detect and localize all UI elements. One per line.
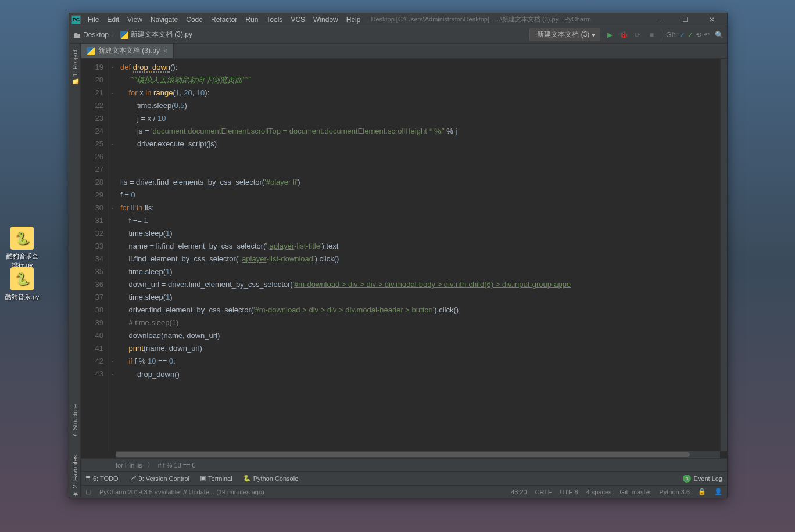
python-file-icon: 🐍 (10, 227, 34, 250)
lock-icon[interactable]: 🔒 (698, 488, 706, 495)
line-gutter: 1920212223242526272829303132333435363738… (81, 59, 109, 451)
navigation-toolbar: 🖿 Desktop 〉 新建文本文档 (3).py 新建文本文档 (3) ▾ ▶… (69, 26, 727, 44)
window-title: Desktop [C:\Users\Administrator\Desktop]… (371, 15, 646, 24)
folder-icon: 🖿 (73, 30, 81, 39)
python-icon (120, 31, 128, 39)
hector-icon[interactable]: 👤 (714, 488, 722, 495)
pycharm-window: PC File Edit View Navigate Code Refactor… (69, 13, 728, 498)
git-commit-icon[interactable]: ✓ (687, 31, 693, 39)
sidebar-favorites[interactable]: ★2: Favorites (71, 455, 78, 498)
line-separator[interactable]: CRLF (535, 488, 552, 495)
status-icon: ▢ (85, 488, 91, 495)
left-toolwindow-bar: 📁1: Project 7: Structure ★2: Favorites (69, 44, 81, 498)
editor-tab[interactable]: 新建文本文档 (3).py × (81, 44, 174, 58)
tab-label: 新建文本文档 (3).py (98, 46, 160, 56)
encoding[interactable]: UTF-8 (560, 488, 578, 495)
menu-edit[interactable]: Edit (103, 15, 123, 25)
sidebar-project[interactable]: 📁1: Project (71, 49, 78, 86)
list-icon: ≣ (85, 475, 91, 482)
editor-tabs: 新建文本文档 (3).py × (81, 44, 727, 59)
breadcrumb-file[interactable]: 新建文本文档 (3).py (131, 30, 192, 39)
code-breadcrumb: for li in lis 〉 if f % 10 == 0 (81, 458, 727, 471)
close-icon[interactable]: × (163, 47, 167, 55)
git-label: Git: (666, 31, 677, 39)
git-history-icon[interactable]: ⟲ (696, 31, 701, 39)
scrollbar-thumb[interactable] (116, 452, 690, 457)
menu-code[interactable]: Code (182, 15, 206, 25)
chevron-down-icon: ▾ (592, 31, 595, 39)
tool-vcs[interactable]: ⎇9: Version Control (129, 475, 189, 482)
stop-button[interactable]: ■ (647, 30, 656, 39)
desktop-icon[interactable]: 🐍 酷狗音乐全排行.py (5, 227, 40, 269)
breadcrumb-item[interactable]: if f % 10 == 0 (158, 462, 196, 469)
status-message[interactable]: PyCharm 2019.3.5 available: // Update...… (99, 488, 264, 495)
maximize-button[interactable]: ☐ (672, 14, 699, 26)
status-bar: ▢ PyCharm 2019.3.5 available: // Update.… (81, 485, 727, 498)
desktop-icon[interactable]: 🐍 酷狗音乐.py (5, 267, 40, 301)
run-configuration[interactable]: 新建文本文档 (3) ▾ (529, 28, 600, 41)
branch-icon: ⎇ (129, 475, 137, 482)
python-file-icon: 🐍 (10, 267, 34, 290)
cursor-position[interactable]: 43:20 (511, 488, 527, 495)
horizontal-scrollbar[interactable] (116, 451, 720, 458)
search-icon[interactable]: 🔍 (714, 30, 724, 39)
menu-file[interactable]: File (84, 15, 102, 25)
run-config-label: 新建文本文档 (3) (537, 30, 589, 39)
breadcrumb-separator: 〉 (111, 30, 118, 39)
breadcrumb: 🖿 Desktop 〉 新建文本文档 (3).py (73, 30, 529, 39)
run-button[interactable]: ▶ (605, 30, 614, 39)
close-button[interactable]: ✕ (699, 14, 725, 26)
menu-view[interactable]: View (124, 15, 146, 25)
tool-event-log[interactable]: 1Event Log (683, 475, 722, 483)
python-icon: 🐍 (243, 475, 251, 482)
menu-bar: File Edit View Navigate Code Refactor Ru… (84, 15, 364, 25)
tool-window-bar: ≣6: TODO ⎇9: Version Control ▣Terminal 🐍… (81, 471, 727, 485)
menu-tools[interactable]: Tools (263, 15, 286, 25)
indent[interactable]: 4 spaces (586, 488, 612, 495)
breadcrumb-item[interactable]: for li in lis (116, 462, 142, 469)
tool-python-console[interactable]: 🐍Python Console (243, 475, 299, 482)
git-branch[interactable]: Git: master (620, 488, 651, 495)
titlebar: PC File Edit View Navigate Code Refactor… (69, 13, 727, 26)
terminal-icon: ▣ (200, 475, 206, 482)
code-editor[interactable]: 1920212223242526272829303132333435363738… (81, 59, 727, 451)
minimize-button[interactable]: ─ (646, 14, 672, 26)
fold-gutter: ------ (109, 59, 116, 451)
error-stripe[interactable] (720, 59, 727, 451)
tool-terminal[interactable]: ▣Terminal (200, 475, 232, 482)
menu-run[interactable]: Run (242, 15, 262, 25)
desktop-icon-label: 酷狗音乐.py (5, 293, 40, 301)
menu-vcs[interactable]: VCS (287, 15, 309, 25)
breadcrumb-folder[interactable]: Desktop (83, 31, 109, 39)
menu-navigate[interactable]: Navigate (147, 15, 181, 25)
git-update-icon[interactable]: ✓ (679, 31, 685, 39)
menu-refactor[interactable]: Refactor (207, 15, 241, 25)
run-coverage-button[interactable]: ⟳ (633, 30, 642, 39)
python-icon (87, 47, 95, 55)
python-interpreter[interactable]: Python 3.6 (659, 488, 690, 495)
menu-help[interactable]: Help (343, 15, 364, 25)
app-icon: PC (71, 15, 81, 24)
menu-window[interactable]: Window (310, 15, 342, 25)
sidebar-structure[interactable]: 7: Structure (71, 404, 78, 437)
debug-button[interactable]: 🐞 (619, 30, 628, 39)
git-revert-icon[interactable]: ↶ (704, 31, 710, 39)
breadcrumb-separator: 〉 (147, 461, 153, 469)
tool-todo[interactable]: ≣6: TODO (85, 475, 119, 482)
event-badge-icon: 1 (683, 475, 691, 483)
code-content[interactable]: def drop_down(): """模拟人去滚动鼠标向下浏览页面""" fo… (116, 59, 720, 451)
